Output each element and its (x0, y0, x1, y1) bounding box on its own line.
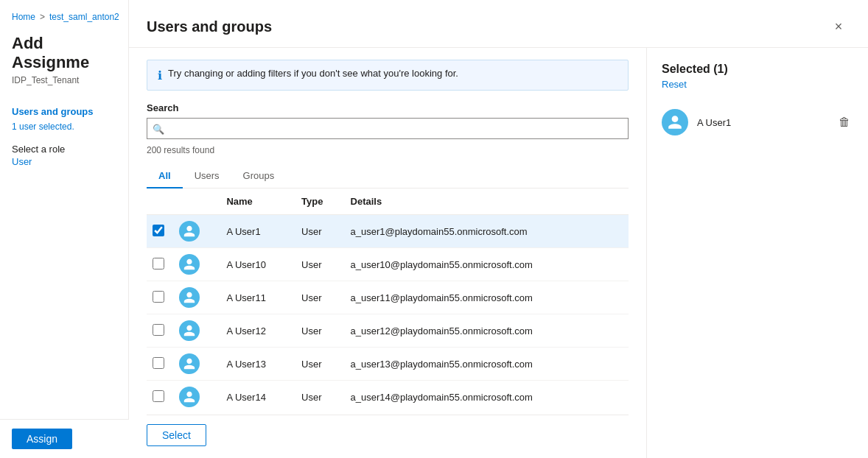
col-name: Name (220, 189, 295, 215)
tab-all[interactable]: All (147, 164, 183, 189)
filter-tabs: All Users Groups (147, 164, 629, 189)
nav-role-value[interactable]: User (0, 156, 128, 167)
breadcrumb-separator: > (40, 12, 45, 22)
close-button[interactable]: × (827, 15, 850, 38)
cell-type: User (295, 314, 344, 348)
cell-type: User (295, 248, 344, 281)
cell-name: A User11 (220, 281, 295, 314)
cell-name: A User13 (220, 348, 295, 381)
cell-type: User (295, 348, 344, 381)
table-row[interactable]: A User1 User a_user1@playdomain55.onmicr… (147, 215, 629, 248)
cell-details: a_user1@playdomain55.onmicrosoft.com (345, 215, 629, 248)
row-checkbox[interactable] (153, 258, 164, 269)
cell-name: A User10 (220, 248, 295, 281)
breadcrumb-page[interactable]: test_saml_anton2 (49, 12, 119, 22)
select-button[interactable]: Select (147, 424, 206, 446)
avatar (179, 387, 200, 407)
table-row[interactable]: A User13 User a_user13@playdomain55.onmi… (147, 348, 629, 381)
table-row[interactable]: A User14 User a_user14@playdomain55.onmi… (147, 381, 629, 412)
search-label: Search (147, 102, 629, 113)
page-title: Add Assignme (0, 28, 128, 75)
row-checkbox[interactable] (153, 390, 164, 402)
tab-groups[interactable]: Groups (231, 164, 287, 189)
cell-type: User (295, 215, 344, 248)
cell-name: A User14 (220, 381, 295, 412)
selected-items-list: A User1 🗑 (662, 102, 853, 143)
cell-details: a_user14@playdomain55.onmicrosoft.com (345, 381, 629, 412)
table-row[interactable]: A User11 User a_user11@playdomain55.onmi… (147, 281, 629, 314)
info-message: Try changing or adding filters if you do… (168, 68, 458, 79)
selected-avatar (662, 109, 688, 135)
nav-user-selected: 1 user selected. (12, 120, 116, 132)
info-bar: ℹ Try changing or adding filters if you … (147, 60, 629, 91)
users-table-container: Name Type Details A User1 User a_u (147, 189, 629, 412)
cell-type: User (295, 381, 344, 412)
selected-header: Selected (1) (662, 63, 853, 76)
avatar (179, 320, 200, 341)
nav-select-role-label: Select a role (0, 138, 128, 156)
search-icon: 🔍 (153, 123, 164, 134)
cell-details: a_user13@playdomain55.onmicrosoft.com (345, 348, 629, 381)
nav-users-and-groups[interactable]: Users and groups (12, 103, 116, 120)
cell-name: A User12 (220, 314, 295, 348)
cell-details: a_user10@playdomain55.onmicrosoft.com (345, 248, 629, 281)
remove-selected-button[interactable]: 🗑 (836, 113, 853, 132)
selected-item-name: A User1 (697, 117, 827, 128)
avatar (179, 287, 200, 308)
info-icon: ℹ (158, 68, 162, 82)
table-row[interactable]: A User10 User a_user10@playdomain55.onmi… (147, 248, 629, 281)
cell-details: a_user12@playdomain55.onmicrosoft.com (345, 314, 629, 348)
cell-type: User (295, 281, 344, 314)
cell-details: a_user11@playdomain55.onmicrosoft.com (345, 281, 629, 314)
reset-link[interactable]: Reset (662, 79, 853, 90)
results-count: 200 results found (147, 145, 629, 155)
selected-panel: Selected (1) Reset A User1 🗑 (647, 48, 868, 458)
row-checkbox[interactable] (153, 291, 164, 303)
row-checkbox[interactable] (153, 324, 164, 336)
row-checkbox[interactable] (153, 225, 164, 236)
selected-item: A User1 🗑 (662, 102, 853, 143)
assign-button[interactable]: Assign (12, 429, 72, 449)
row-checkbox[interactable] (153, 357, 164, 369)
search-input[interactable] (147, 118, 629, 139)
avatar (179, 221, 200, 242)
page-subtitle: IDP_Test_Tenant (0, 75, 128, 97)
modal-title: Users and groups (147, 18, 272, 35)
col-type: Type (295, 189, 344, 215)
breadcrumb-home[interactable]: Home (12, 12, 35, 22)
table-row[interactable]: A User12 User a_user12@playdomain55.onmi… (147, 314, 629, 348)
tab-users[interactable]: Users (183, 164, 231, 189)
avatar (179, 254, 200, 275)
avatar (179, 353, 200, 374)
cell-name: A User1 (220, 215, 295, 248)
col-details: Details (345, 189, 629, 215)
